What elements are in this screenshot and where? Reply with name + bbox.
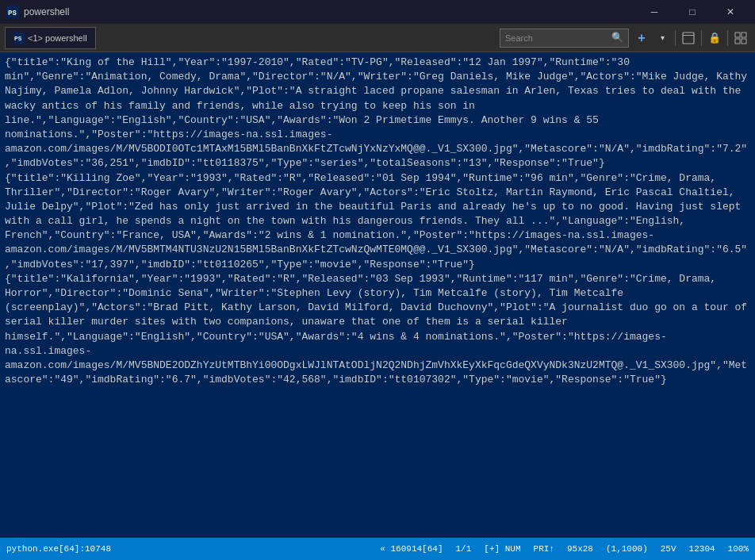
add-tab-button[interactable]: + [632,29,651,48]
close-button[interactable]: ✕ [712,0,749,24]
powershell-tab[interactable]: PS <1> powershell [5,27,96,49]
status-position: « 160914[64] [380,544,443,554]
terminal-output[interactable]: {"title":"King of the Hill","Year":"1997… [0,52,755,538]
svg-rect-8 [735,39,740,44]
separator-2 [701,30,702,46]
svg-rect-6 [735,33,740,37]
title-bar: PS powershell ─ □ ✕ [0,0,755,24]
search-icon: 🔍 [611,32,623,44]
status-chars: 12304 [689,544,715,554]
status-process: python.exe[64]:10748 [6,544,111,554]
minimize-button[interactable]: ─ [636,0,673,24]
svg-rect-7 [742,33,746,37]
status-fraction: 1/1 [456,544,472,554]
toolbar-icons: + ▾ 🔒 [632,29,750,48]
window-button[interactable] [679,29,698,48]
svg-rect-4 [683,33,694,44]
svg-rect-5 [683,35,694,36]
separator-3 [727,30,728,46]
svg-text:PS: PS [8,10,17,17]
status-zoom: 100% [728,544,749,554]
grid-button[interactable] [731,29,750,48]
status-coords: (1,1000) [606,544,648,554]
window-title: powershell [24,6,69,17]
powershell-icon: PS [6,6,19,18]
separator-1 [675,30,676,46]
svg-rect-9 [742,39,746,44]
maximize-button[interactable]: □ [674,0,711,24]
status-pri: PRI↑ [534,544,554,554]
lock-button[interactable]: 🔒 [705,29,724,48]
status-voltage: 25V [661,544,676,554]
status-bar: python.exe[64]:10748 « 160914[64] 1/1 [+… [0,538,755,560]
svg-text:PS: PS [14,36,22,41]
search-box[interactable]: 🔍 [500,29,629,48]
tab-label: <1> powershell [28,33,87,43]
toolbar: PS <1> powershell 🔍 + ▾ 🔒 [0,24,755,52]
search-input[interactable] [505,33,608,43]
tab-ps-icon: PS [13,33,25,44]
title-bar-controls: ─ □ ✕ [636,0,749,24]
status-numlock: [+] NUM [484,544,520,554]
status-dimensions: 95x28 [567,544,593,554]
dropdown-button[interactable]: ▾ [653,29,672,48]
title-bar-left: PS powershell [6,6,69,18]
